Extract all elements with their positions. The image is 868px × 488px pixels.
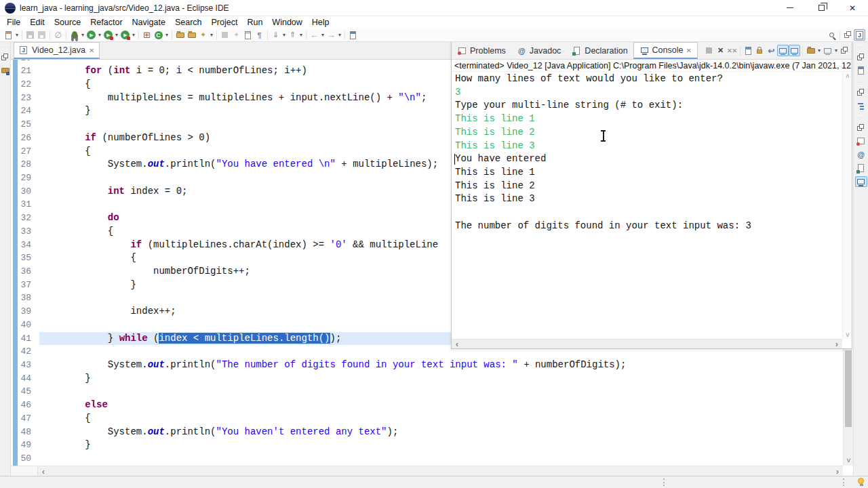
editor-view-icon[interactable] [855, 65, 867, 76]
close-button[interactable]: ✕ [837, 0, 868, 16]
scroll-down-icon[interactable]: ˅ [844, 455, 854, 466]
previous-annotation-icon[interactable]: ⇑ [287, 29, 298, 41]
minimize-button[interactable] [774, 0, 806, 16]
external-tools-icon[interactable]: ▶ [119, 29, 131, 41]
open-perspective-icon[interactable] [842, 29, 854, 41]
back-icon[interactable]: ← [309, 29, 320, 41]
search-icon[interactable] [826, 29, 837, 41]
menu-navigate[interactable]: Navigate [127, 18, 170, 27]
display-console-icon[interactable] [822, 45, 833, 56]
declaration-view-icon[interactable] [855, 163, 867, 174]
debug-icon[interactable] [68, 29, 80, 41]
restore-views-icon[interactable] [855, 122, 867, 133]
drag-handle[interactable]: ···· [857, 115, 865, 119]
console-tab-declaration[interactable]: Declaration [566, 42, 633, 59]
editor-hscrollbar[interactable]: ‹ › [11, 466, 843, 476]
restore-views-icon[interactable] [855, 52, 867, 62]
save-all-icon[interactable] [36, 29, 47, 41]
console-view-icon[interactable] [855, 176, 867, 187]
mark-occurrences-icon[interactable] [219, 29, 231, 41]
drag-handle[interactable]: ···· [857, 45, 865, 49]
console-tab-javadoc[interactable]: @Javadoc [511, 42, 567, 59]
code-line-46[interactable]: 46 else [11, 399, 843, 412]
code-line-48[interactable]: 48 System.out.println("You haven't enter… [11, 426, 843, 439]
scroll-left-icon[interactable]: ‹ [38, 466, 49, 476]
drag-handle[interactable]: ···· [857, 80, 865, 84]
restore-views-icon[interactable] [0, 52, 12, 62]
dropdown-caret-icon[interactable]: ▾ [80, 32, 85, 38]
dropdown-caret-icon[interactable]: ▾ [337, 32, 342, 38]
dropdown-caret-icon[interactable]: ▾ [114, 32, 119, 38]
console-hscrollbar[interactable]: ‹ › [452, 339, 842, 348]
java-perspective-icon[interactable]: J [854, 29, 865, 41]
forward-icon[interactable]: → [326, 29, 337, 41]
menu-help[interactable]: Help [307, 18, 334, 27]
show-on-stderr-icon[interactable] [789, 45, 800, 56]
console-tab-problems[interactable]: Problems [452, 42, 511, 59]
scroll-down-icon[interactable]: ˅ [843, 331, 852, 339]
scroll-left-icon[interactable]: ‹ [452, 339, 462, 349]
dropdown-caret-icon[interactable]: ▾ [833, 47, 839, 54]
menu-edit[interactable]: Edit [25, 18, 50, 27]
maximize-button[interactable] [806, 0, 837, 16]
tab-close-icon[interactable]: ✕ [686, 47, 691, 54]
console-output[interactable]: How many lines of text would you like to… [452, 73, 842, 339]
new-class-icon[interactable]: C [153, 29, 164, 41]
code-line-47[interactable]: 47 { [11, 412, 843, 426]
code-line-49[interactable]: 49 } [11, 439, 843, 452]
dropdown-caret-icon[interactable]: ▾ [281, 32, 287, 38]
open-type-icon[interactable] [174, 29, 186, 41]
menu-project[interactable]: Project [207, 18, 243, 27]
scroll-thumb[interactable] [845, 350, 852, 427]
word-wrap-icon[interactable]: ↩ [766, 45, 777, 56]
run-icon[interactable]: ▶ [85, 29, 97, 41]
new-wizard-icon[interactable] [3, 29, 14, 41]
menu-refactor[interactable]: Refactor [85, 18, 127, 27]
menu-search[interactable]: Search [170, 18, 207, 27]
scroll-right-icon[interactable]: › [831, 339, 842, 349]
menu-file[interactable]: File [2, 18, 25, 27]
dropdown-caret-icon[interactable]: ▾ [14, 32, 20, 38]
pin-editor-icon[interactable] [347, 29, 359, 41]
code-line-45[interactable]: 45 [11, 385, 843, 399]
menu-run[interactable]: Run [242, 18, 267, 27]
code-line-50[interactable]: 50 [11, 452, 843, 466]
code-line-43[interactable]: 43 System.out.println("The number of dig… [11, 359, 843, 372]
notification-lamp-icon[interactable] [858, 478, 865, 487]
scroll-up-icon[interactable]: ˄ [843, 73, 852, 80]
remove-all-launches-icon[interactable]: ✕✕ [726, 45, 738, 56]
menu-source[interactable]: Source [50, 18, 86, 27]
drag-handle[interactable] [663, 479, 665, 486]
show-whitespace-icon[interactable]: ¶ [254, 29, 265, 41]
terminate-icon[interactable] [703, 45, 715, 56]
console-vscrollbar[interactable]: ˄ ˅ [842, 73, 852, 339]
dropdown-caret-icon[interactable]: ▾ [816, 47, 822, 54]
build-automatically-icon[interactable]: ✦ [231, 29, 242, 41]
show-on-stdout-icon[interactable] [777, 45, 789, 56]
javadoc-view-icon[interactable]: @ [855, 149, 867, 160]
coverage-icon[interactable]: ▶ [102, 29, 114, 41]
tab-video-12-java[interactable]: J Video_12.java ✕ [14, 42, 100, 59]
drag-handle[interactable]: ···· [1, 45, 9, 49]
problems-view-icon[interactable] [855, 136, 867, 146]
remove-launch-icon[interactable]: ✕ [715, 45, 726, 56]
restore-view-icon[interactable] [839, 45, 850, 56]
clear-console-icon[interactable] [743, 45, 754, 56]
restore-views-icon[interactable] [855, 87, 867, 98]
print-icon[interactable] [242, 29, 254, 41]
scroll-lock-icon[interactable] [754, 45, 766, 56]
dropdown-caret-icon[interactable]: ▾ [320, 32, 326, 38]
open-console-icon[interactable] [805, 45, 816, 56]
code-line-44[interactable]: 44 } [11, 372, 843, 386]
menu-window[interactable]: Window [267, 18, 307, 27]
dropdown-caret-icon[interactable]: ▾ [164, 32, 170, 38]
dropdown-caret-icon[interactable]: ▾ [298, 32, 304, 38]
scroll-right-icon[interactable]: › [832, 466, 843, 476]
editor-vscrollbar[interactable]: ˅ [843, 349, 853, 466]
next-annotation-icon[interactable]: ⇓ [270, 29, 281, 41]
search-flashlight-icon[interactable]: ✦ [197, 29, 209, 41]
console-tab-console[interactable]: Console✕ [633, 42, 698, 59]
outline-view-icon[interactable] [855, 100, 867, 111]
drag-handle[interactable] [843, 479, 845, 486]
open-resource-icon[interactable] [186, 29, 197, 41]
